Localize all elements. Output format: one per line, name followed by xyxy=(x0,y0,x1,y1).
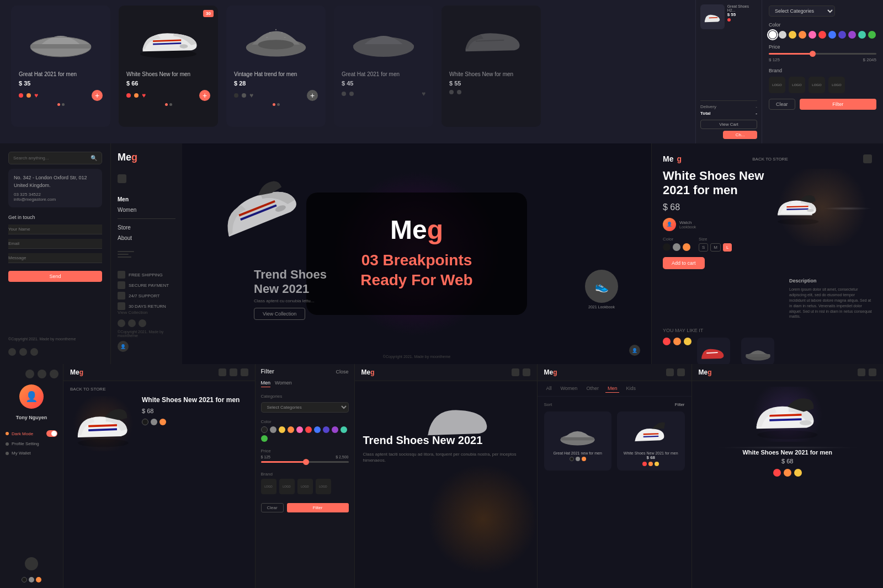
store-icon-2[interactable] xyxy=(677,368,685,376)
f-swatch-pink[interactable] xyxy=(296,426,303,433)
mobile-footer-avatar[interactable] xyxy=(25,557,38,570)
nav-item-about[interactable]: About xyxy=(118,233,175,243)
swatch-purple[interactable] xyxy=(848,31,856,39)
add-to-cart-button-2[interactable]: + xyxy=(199,90,210,101)
hat-color-black[interactable] xyxy=(570,457,574,461)
detail-swatch-black[interactable] xyxy=(663,243,671,251)
tablet-icon-3[interactable] xyxy=(241,368,248,376)
apply-filter-button[interactable]: Filter xyxy=(800,99,876,110)
filter-close-btn[interactable]: Close xyxy=(336,369,348,375)
f-swatch-yellow[interactable] xyxy=(279,426,285,433)
brand-logo-3[interactable]: LOGO xyxy=(808,77,825,93)
name-input[interactable] xyxy=(8,224,102,234)
mobile-refresh-icon[interactable] xyxy=(38,370,46,378)
f-filter-btn[interactable]: Filter xyxy=(287,503,349,512)
swatch-red[interactable] xyxy=(818,31,826,39)
search-bar[interactable]: Search anything... 🔍 xyxy=(8,152,102,164)
last-swatch-red[interactable] xyxy=(773,469,781,477)
menu-dark-mode[interactable]: Dark Mode xyxy=(4,428,58,439)
fb-icon[interactable] xyxy=(118,319,125,327)
heart-icon-4[interactable]: ♥ xyxy=(422,90,425,98)
shoe-color-orange[interactable] xyxy=(648,462,653,466)
f-swatch-blue[interactable] xyxy=(314,426,321,433)
f-brand-4[interactable]: LOGO xyxy=(316,479,331,494)
categories-dropdown[interactable]: Select Categories xyxy=(261,402,349,413)
search-icon[interactable]: 🔍 xyxy=(91,155,97,161)
instagram-icon[interactable] xyxy=(30,348,38,356)
sim-swatch-red[interactable] xyxy=(663,338,671,345)
menu-profile-setting[interactable]: Profile Setting xyxy=(4,439,58,448)
filter-price-thumb[interactable] xyxy=(303,459,309,465)
f-brand-1[interactable]: LOGO xyxy=(261,479,276,494)
f-clear-btn[interactable]: Clear xyxy=(261,503,284,512)
tablet-icon-2[interactable] xyxy=(230,368,237,376)
tablet-back-link[interactable]: BACK TO STORE xyxy=(70,387,248,392)
swatch-teal[interactable] xyxy=(858,31,866,39)
message-input[interactable] xyxy=(8,253,102,263)
price-slider-thumb[interactable] xyxy=(810,51,816,57)
view-cart-button[interactable]: View Cart xyxy=(700,120,757,129)
brand-logo-1[interactable]: LOGO xyxy=(769,77,785,93)
filter-tab-men[interactable]: Men xyxy=(261,380,271,387)
sim-swatch-orange[interactable] xyxy=(673,338,681,345)
size-m[interactable]: M xyxy=(710,243,721,252)
f-swatch-orange[interactable] xyxy=(288,426,294,433)
heart-icon-2[interactable]: ♥ xyxy=(142,92,146,99)
filter-tab-women[interactable]: Women xyxy=(275,380,292,387)
hat-color-gray[interactable] xyxy=(576,457,580,461)
mobile-search-icon[interactable] xyxy=(25,370,34,378)
brand-logo-4[interactable]: LOGO xyxy=(828,77,845,93)
view-collection-button[interactable]: View Collection xyxy=(254,308,305,320)
nav-item-store[interactable]: Store xyxy=(118,222,175,233)
heart-icon[interactable]: ♥ xyxy=(34,92,38,99)
hero-user-avatar[interactable]: 👤 xyxy=(629,345,640,356)
detail-swatch-orange[interactable] xyxy=(683,243,690,251)
swatch-blue[interactable] xyxy=(828,31,836,39)
menu-wallet[interactable]: My Wallet xyxy=(4,448,58,458)
f-brand-2[interactable]: LOGO xyxy=(279,479,295,494)
bh-icon-2[interactable] xyxy=(523,368,530,376)
add-to-cart-main[interactable]: Add to cart xyxy=(663,257,705,269)
user-avatar[interactable]: 👤 xyxy=(118,341,129,352)
clear-filter-button[interactable]: Clear xyxy=(769,99,795,110)
detail-swatch-gray[interactable] xyxy=(673,243,680,251)
store-tab-all[interactable]: All xyxy=(544,384,554,393)
heart-icon-3[interactable]: ♥ xyxy=(249,92,253,99)
swatch-green[interactable] xyxy=(868,31,876,39)
swatch-pink[interactable] xyxy=(808,31,816,39)
f-swatch-red[interactable] xyxy=(305,426,312,433)
twitter-icon[interactable] xyxy=(19,348,27,356)
t-swatch-orange[interactable] xyxy=(159,419,166,425)
size-l[interactable]: L xyxy=(723,243,732,252)
bh-icon-1[interactable] xyxy=(512,368,519,376)
email-input[interactable] xyxy=(8,239,102,249)
last-icon-2[interactable] xyxy=(869,368,876,376)
f-swatch-green[interactable] xyxy=(261,435,268,442)
refresh-detail-icon[interactable] xyxy=(863,154,872,163)
store-tab-other[interactable]: Other xyxy=(584,384,601,393)
nav-item-men[interactable]: Men xyxy=(118,194,175,205)
sim-swatch-yellow[interactable] xyxy=(684,338,691,345)
add-to-cart-button-3[interactable]: + xyxy=(307,90,318,101)
swatch-yellow[interactable] xyxy=(789,31,796,39)
refresh-icon[interactable] xyxy=(118,174,126,183)
t-swatch-black[interactable] xyxy=(142,419,148,425)
mobile-user-icon[interactable] xyxy=(50,370,58,378)
f-brand-3[interactable]: LOGO xyxy=(297,479,313,494)
shoe-color-red[interactable] xyxy=(642,462,647,466)
add-to-cart-button[interactable]: + xyxy=(92,90,103,101)
swatch-white[interactable] xyxy=(769,31,776,39)
mob-swatch-black[interactable] xyxy=(22,577,27,582)
send-button[interactable]: Send xyxy=(8,271,102,282)
swatch-orange[interactable] xyxy=(799,31,806,39)
last-swatch-orange[interactable] xyxy=(784,469,791,477)
ig-icon[interactable] xyxy=(139,319,146,327)
store-tab-kids[interactable]: Kids xyxy=(624,384,638,393)
store-tab-men[interactable]: Men xyxy=(605,384,620,393)
f-swatch-purple[interactable] xyxy=(332,426,338,433)
tw-icon[interactable] xyxy=(128,319,136,327)
categories-select[interactable]: Select Categories xyxy=(769,6,835,17)
size-s[interactable]: S xyxy=(699,243,708,252)
last-swatch-yellow[interactable] xyxy=(794,469,802,477)
back-to-store-link[interactable]: BACK TO STORE xyxy=(752,157,788,162)
